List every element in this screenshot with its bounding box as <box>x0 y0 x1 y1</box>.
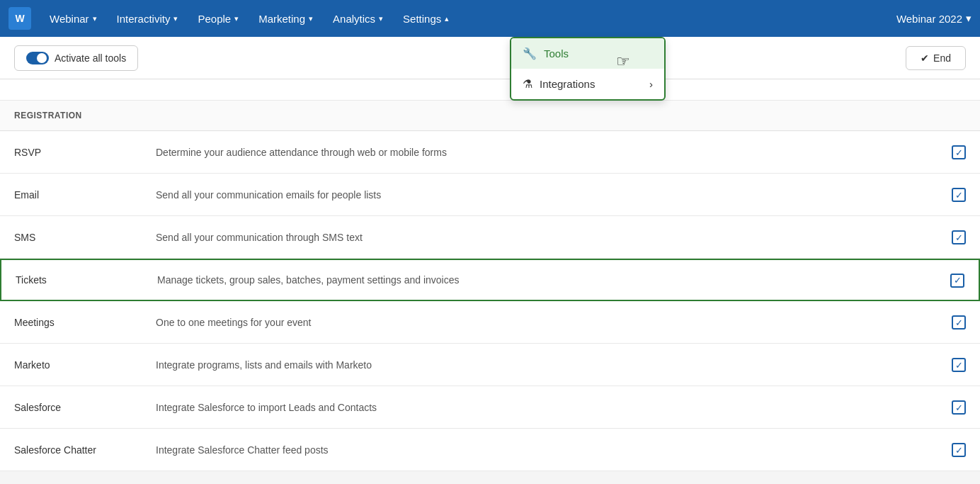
tool-name: Salesforce <box>14 402 156 413</box>
tool-checkbox[interactable]: ✓ <box>943 272 964 288</box>
webinar-year-label: Webinar 2022 <box>896 13 962 25</box>
tool-checkbox[interactable]: ✓ <box>945 400 966 415</box>
toggle-icon <box>26 52 49 64</box>
tool-description: One to one meetings for your event <box>156 317 945 328</box>
registration-section-header: REGISTRATION <box>0 101 980 131</box>
settings-chevron: ▴ <box>445 14 449 23</box>
dropdown-item-integrations[interactable]: ⚗ Integrations › <box>511 69 664 99</box>
tool-checkbox[interactable]: ✓ <box>945 442 966 458</box>
tool-name: RSVP <box>14 147 156 158</box>
integrations-label: Integrations <box>540 78 595 90</box>
section-title: REGISTRATION <box>14 111 82 120</box>
wrench-icon: 🔧 <box>523 47 537 60</box>
tool-row: MarketoIntegrate programs, lists and ema… <box>0 344 980 386</box>
interactivity-chevron: ▾ <box>173 14 178 23</box>
tool-row: MeetingsOne to one meetings for your eve… <box>0 301 980 344</box>
tool-row: SMSSend all your communication through S… <box>0 216 980 259</box>
webinar-chevron: ▾ <box>93 14 97 23</box>
tool-checkbox[interactable]: ✓ <box>945 315 966 330</box>
tool-description: Send all your communication through SMS … <box>156 232 945 243</box>
integrations-item-left: ⚗ Integrations <box>523 77 595 91</box>
nav-item-settings[interactable]: Settings ▴ <box>393 9 459 29</box>
tool-checkbox[interactable]: ✓ <box>945 145 966 160</box>
webinar-label: Webinar <box>50 13 89 25</box>
tool-description: Determine your audience attendance throu… <box>156 147 945 158</box>
tool-row: RSVPDetermine your audience attendance t… <box>0 131 980 174</box>
tools-item-left: 🔧 Tools <box>523 47 569 60</box>
tool-name: Meetings <box>14 317 156 328</box>
tool-name: Salesforce Chatter <box>14 444 156 456</box>
tool-description: Integrate programs, lists and emails wit… <box>156 359 945 371</box>
nav-item-webinar[interactable]: Webinar ▾ <box>40 9 107 29</box>
settings-dropdown: 🔧 Tools ⚗ Integrations › <box>510 37 666 101</box>
tool-rows-container: RSVPDetermine your audience attendance t… <box>0 131 980 471</box>
content-area: REGISTRATION RSVPDetermine your audience… <box>0 79 980 471</box>
activate-label: Activate all tools <box>55 52 126 64</box>
nav-items: Webinar ▾ Interactivity ▾ People ▾ Marke… <box>40 9 896 29</box>
webinar-year-chevron: ▾ <box>966 12 972 25</box>
tool-name: Tickets <box>16 274 157 286</box>
nav-logo: W <box>8 7 31 30</box>
tool-description: Integrate Salesforce to import Leads and… <box>156 402 945 413</box>
top-nav: W Webinar ▾ Interactivity ▾ People ▾ Mar… <box>0 0 980 37</box>
tool-row: EmailSend all your communication emails … <box>0 174 980 216</box>
settings-label: Settings <box>403 13 441 25</box>
marketing-label: Marketing <box>258 13 305 25</box>
integrations-arrow-icon: › <box>649 78 653 90</box>
nav-item-people[interactable]: People ▾ <box>188 9 249 29</box>
analytics-chevron: ▾ <box>379 14 383 23</box>
end-label: End <box>933 52 951 64</box>
analytics-label: Analytics <box>333 13 375 25</box>
interactivity-label: Interactivity <box>117 13 171 25</box>
tool-checkbox[interactable]: ✓ <box>945 187 966 203</box>
people-chevron: ▾ <box>234 14 239 23</box>
tool-checkbox[interactable]: ✓ <box>945 230 966 245</box>
tools-label: Tools <box>544 47 569 60</box>
tool-row: TicketsManage tickets, group sales, batc… <box>0 259 980 301</box>
partial-row <box>0 79 980 101</box>
marketing-chevron: ▾ <box>309 14 313 23</box>
activate-all-tools-button[interactable]: Activate all tools <box>14 45 138 71</box>
nav-item-analytics[interactable]: Analytics ▾ <box>323 9 393 29</box>
tool-description: Manage tickets, group sales, batches, pa… <box>157 274 943 286</box>
toolbar: Activate all tools ✔ End <box>0 37 980 79</box>
people-label: People <box>198 13 231 25</box>
tool-checkbox[interactable]: ✓ <box>945 357 966 373</box>
tool-name: Email <box>14 189 156 201</box>
tool-description: Integrate Salesforce Chatter feed posts <box>156 444 945 456</box>
tool-description: Send all your communication emails for p… <box>156 189 945 201</box>
dropdown-item-tools[interactable]: 🔧 Tools <box>511 38 664 69</box>
end-checkmark: ✔ <box>921 52 929 64</box>
nav-right-webinar[interactable]: Webinar 2022 ▾ <box>896 12 972 25</box>
flask-icon: ⚗ <box>523 77 532 91</box>
nav-item-marketing[interactable]: Marketing ▾ <box>249 9 323 29</box>
logo-text: W <box>15 13 24 24</box>
tool-name: SMS <box>14 232 156 243</box>
end-button[interactable]: ✔ End <box>906 46 966 70</box>
nav-item-interactivity[interactable]: Interactivity ▾ <box>107 9 188 29</box>
tool-row: SalesforceIntegrate Salesforce to import… <box>0 386 980 429</box>
tool-name: Marketo <box>14 359 156 371</box>
tool-row: Salesforce ChatterIntegrate Salesforce C… <box>0 429 980 471</box>
